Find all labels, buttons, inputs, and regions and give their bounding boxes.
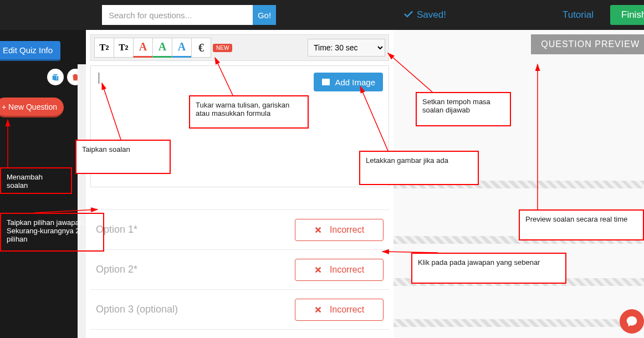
copy-icon <box>52 73 59 81</box>
annotation-box: Tukar warna tulisan, gariskan atau masuk… <box>189 95 309 129</box>
svg-point-0 <box>324 80 325 81</box>
mark-answer-button-2[interactable]: Incorrect <box>295 259 384 281</box>
top-bar: Go! Saved! Tutorial Finish <box>0 0 644 30</box>
new-badge: NEW <box>213 44 232 52</box>
text-color-green-button[interactable]: A <box>152 38 172 58</box>
text-color-red-button[interactable]: A <box>133 38 153 58</box>
main-row: Edit Quiz Info + New Question T2 T2 A A … <box>0 30 644 338</box>
sidebar-divider <box>78 64 86 338</box>
annotation-box: Setkan tempoh masa soalan dijawab <box>416 92 511 126</box>
options-list: Incorrect Incorrect Incorrect <box>90 209 389 338</box>
chat-button[interactable] <box>620 309 644 334</box>
formula-button[interactable]: € <box>191 38 211 58</box>
option-input-1[interactable] <box>96 221 295 239</box>
option-row: Incorrect <box>90 289 389 329</box>
saved-label: Saved! <box>417 9 446 21</box>
mark-answer-button-3[interactable]: Incorrect <box>295 299 384 321</box>
x-icon <box>314 266 322 274</box>
edit-quiz-info-button[interactable]: Edit Quiz Info <box>0 41 60 61</box>
check-icon <box>403 10 413 20</box>
saved-indicator: Saved! <box>403 9 446 21</box>
subscript-button[interactable]: T2 <box>114 38 134 58</box>
option-row: Incorrect <box>90 249 389 289</box>
tutorial-link[interactable]: Tutorial <box>563 9 594 21</box>
annotation-box: Letakkan gambar jika ada <box>359 151 479 185</box>
annotation-box: Preview soalan secara real time <box>519 209 644 240</box>
search-wrap: Go! <box>102 5 276 25</box>
x-icon <box>314 226 322 234</box>
annotation-box: Taipkan soalan <box>75 140 171 174</box>
text-color-blue-button[interactable]: A <box>172 38 192 58</box>
x-icon <box>314 306 322 314</box>
chat-icon <box>626 315 638 327</box>
option-row: Incorrect <box>90 209 389 249</box>
mark-answer-button-1[interactable]: Incorrect <box>295 219 384 241</box>
search-input[interactable] <box>102 5 253 25</box>
add-image-button[interactable]: Add Image <box>314 73 383 91</box>
new-question-button[interactable]: + New Question <box>0 98 64 117</box>
search-go-button[interactable]: Go! <box>253 5 276 25</box>
time-select[interactable]: Time: 30 sec <box>308 39 385 57</box>
toolbar: T2 T2 A A A € NEW Time: 30 sec <box>90 34 389 61</box>
finish-button[interactable]: Finish <box>610 5 644 25</box>
add-image-label: Add Image <box>335 78 375 87</box>
option-row: Incorrect <box>90 329 389 338</box>
option-input-2[interactable] <box>96 260 295 279</box>
image-icon <box>321 78 330 86</box>
editor-panel: T2 T2 A A A € NEW Time: 30 sec Add Image <box>86 30 393 338</box>
preview-title: QUESTION PREVIEW <box>531 34 644 54</box>
annotation-box: Taipkan pilihan jawapan. Sekurang-kurang… <box>0 213 104 252</box>
option-input-3[interactable] <box>96 300 295 319</box>
annotation-box: Menambah soalan <box>0 167 72 194</box>
preview-stripe <box>393 319 644 327</box>
annotation-box: Klik pada pada jawapan yang sebenar <box>411 253 566 284</box>
text-cursor <box>99 73 99 84</box>
copy-question-button[interactable] <box>47 69 64 85</box>
superscript-button[interactable]: T2 <box>94 38 114 58</box>
